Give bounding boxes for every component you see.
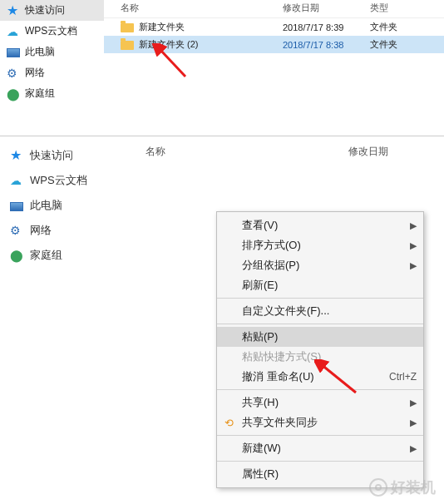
sidebar-label: WPS云文档 [30, 173, 87, 188]
sidebar-item-quick-access[interactable]: ★ 快速访问 [0, 143, 112, 168]
menu-item-share-sync[interactable]: ⟲共享文件夹同步▶ [217, 413, 423, 432]
column-headers: 名称 修改日期 类型 [104, 0, 444, 18]
column-headers-2: 名称 修改日期 [112, 145, 444, 159]
pc-icon [10, 202, 23, 211]
menu-item-paste-shortcut: 粘贴快捷方式(S) [217, 347, 423, 367]
file-date: 2018/7/17 8:38 [283, 40, 370, 50]
col-name[interactable]: 名称 [104, 2, 283, 14]
chevron-right-icon: ▶ [410, 418, 417, 428]
star-icon: ★ [10, 149, 23, 162]
menu-separator [217, 435, 423, 436]
homegroup-icon: ⬤ [10, 249, 23, 262]
watermark-text: 好装机 [391, 477, 436, 497]
file-name: 新建文件夹 (2) [139, 38, 199, 51]
cloud-icon: ☁ [10, 174, 23, 187]
menu-item-group[interactable]: 分组依据(P)▶ [217, 255, 423, 275]
sidebar-1: ★ 快速访问 ☁ WPS云文档 此电脑 ⚙ 网络 ⬤ 家庭组 [0, 0, 104, 104]
watermark: 好装机 [369, 477, 436, 497]
sidebar-label: 网络 [25, 66, 45, 80]
folder-icon [121, 41, 134, 50]
sidebar-label: 家庭组 [25, 86, 55, 101]
file-list-2: 名称 修改日期 [112, 136, 444, 159]
context-menu: 查看(V)▶ 排序方式(O)▶ 分组依据(P)▶ 刷新(E) 自定义文件夹(F)… [216, 211, 424, 488]
explorer-panel-1: ★ 快速访问 ☁ WPS云文档 此电脑 ⚙ 网络 ⬤ 家庭组 名称 修改日期 类… [0, 0, 444, 112]
file-name: 新建文件夹 [139, 21, 185, 33]
file-date: 2018/7/17 8:39 [283, 22, 370, 32]
col-name[interactable]: 名称 [146, 145, 165, 159]
sidebar-label: 家庭组 [30, 248, 62, 263]
sidebar-label: 快速访问 [30, 148, 73, 163]
sidebar-item-homegroup[interactable]: ⬤ 家庭组 [0, 83, 104, 104]
sidebar-label: 此电脑 [25, 45, 55, 59]
cloud-icon: ☁ [7, 25, 20, 38]
network-icon: ⚙ [7, 67, 20, 80]
col-date[interactable]: 修改日期 [348, 145, 388, 159]
sidebar-label: 快速访问 [25, 3, 65, 17]
menu-item-refresh[interactable]: 刷新(E) [217, 275, 423, 295]
menu-shortcut: Ctrl+Z [389, 371, 417, 383]
file-row[interactable]: 新建文件夹 2018/7/17 8:39 文件夹 [104, 18, 444, 36]
sidebar-item-network[interactable]: ⚙ 网络 [0, 218, 112, 243]
sidebar-2: ★ 快速访问 ☁ WPS云文档 此电脑 ⚙ 网络 ⬤ 家庭组 [0, 143, 112, 268]
menu-item-paste[interactable]: 粘贴(P) [217, 327, 423, 347]
menu-separator [217, 298, 423, 299]
sidebar-item-homegroup[interactable]: ⬤ 家庭组 [0, 243, 112, 268]
chevron-right-icon: ▶ [410, 443, 417, 454]
sync-icon: ⟲ [222, 417, 235, 429]
network-icon: ⚙ [10, 224, 23, 237]
watermark-icon [369, 478, 387, 497]
menu-item-share[interactable]: 共享(H)▶ [217, 393, 423, 413]
star-icon: ★ [7, 4, 20, 17]
sidebar-label: WPS云文档 [25, 24, 77, 38]
sidebar-item-wps-cloud[interactable]: ☁ WPS云文档 [0, 168, 112, 193]
homegroup-icon: ⬤ [7, 87, 20, 101]
chevron-right-icon: ▶ [410, 260, 417, 271]
sidebar-label: 此电脑 [30, 198, 62, 213]
menu-separator [217, 389, 423, 390]
pc-icon [7, 48, 20, 57]
menu-separator [217, 461, 423, 462]
menu-item-new[interactable]: 新建(W)▶ [217, 438, 423, 458]
chevron-right-icon: ▶ [410, 398, 417, 408]
file-list-1: 名称 修改日期 类型 新建文件夹 2018/7/17 8:39 文件夹 新建文件… [104, 0, 444, 53]
sidebar-label: 网络 [30, 223, 52, 238]
sidebar-item-this-pc[interactable]: 此电脑 [0, 42, 104, 62]
menu-item-view[interactable]: 查看(V)▶ [217, 215, 423, 235]
menu-item-customize-folder[interactable]: 自定义文件夹(F)... [217, 301, 423, 321]
chevron-right-icon: ▶ [410, 220, 417, 231]
menu-item-undo-rename[interactable]: 撤消 重命名(U)Ctrl+Z [217, 367, 423, 387]
col-type[interactable]: 类型 [370, 2, 444, 14]
file-type: 文件夹 [370, 38, 444, 51]
file-type: 文件夹 [370, 21, 444, 33]
chevron-right-icon: ▶ [410, 240, 417, 251]
col-date[interactable]: 修改日期 [283, 2, 370, 14]
screenshot-gap [0, 112, 444, 136]
menu-item-sort[interactable]: 排序方式(O)▶ [217, 235, 423, 255]
sidebar-item-quick-access[interactable]: ★ 快速访问 [0, 0, 104, 21]
sidebar-item-wps-cloud[interactable]: ☁ WPS云文档 [0, 21, 104, 42]
menu-separator [217, 324, 423, 324]
file-row-selected[interactable]: 新建文件夹 (2) 2018/7/17 8:38 文件夹 [104, 36, 444, 53]
folder-icon [121, 23, 134, 32]
sidebar-item-network[interactable]: ⚙ 网络 [0, 62, 104, 83]
explorer-panel-2: ★ 快速访问 ☁ WPS云文档 此电脑 ⚙ 网络 ⬤ 家庭组 名称 修改日期 查… [0, 136, 444, 504]
sidebar-item-this-pc[interactable]: 此电脑 [0, 193, 112, 218]
